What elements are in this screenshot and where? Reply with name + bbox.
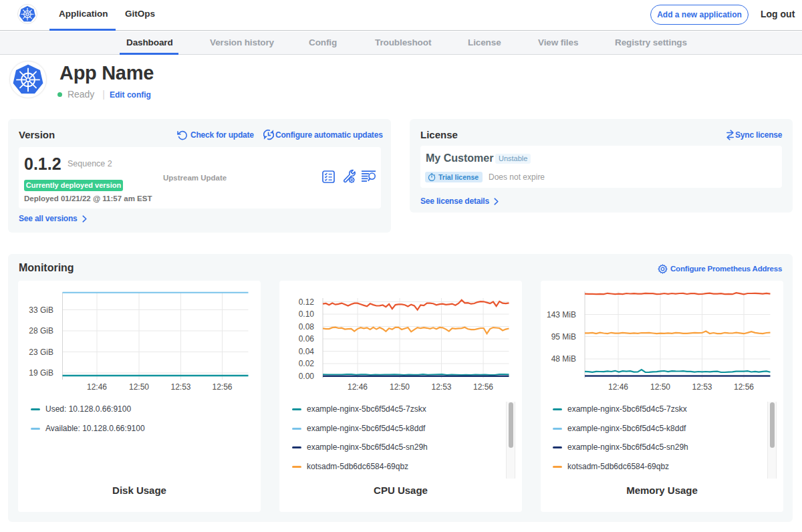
svg-text:12:46: 12:46	[87, 382, 107, 392]
svg-text:12:46: 12:46	[608, 382, 628, 392]
svg-text:0.08: 0.08	[299, 322, 315, 331]
svg-text:0.02: 0.02	[299, 359, 315, 368]
svg-text:12:50: 12:50	[129, 382, 149, 392]
svg-text:23 GiB: 23 GiB	[29, 348, 53, 357]
svg-text:12:53: 12:53	[431, 382, 451, 392]
svg-text:28 GiB: 28 GiB	[29, 326, 53, 336]
svg-text:12:53: 12:53	[692, 382, 712, 392]
svg-text:0.12: 0.12	[299, 297, 315, 307]
svg-text:12:50: 12:50	[390, 382, 410, 392]
svg-text:0.04: 0.04	[299, 347, 315, 356]
svg-text:12:56: 12:56	[473, 382, 493, 392]
svg-text:0.00: 0.00	[299, 372, 315, 381]
svg-text:12:56: 12:56	[734, 382, 754, 392]
svg-text:143 MiB: 143 MiB	[547, 310, 576, 319]
svg-text:12:50: 12:50	[650, 382, 670, 392]
svg-text:33 GiB: 33 GiB	[29, 305, 53, 315]
svg-text:19 GiB: 19 GiB	[29, 368, 53, 378]
svg-text:0.10: 0.10	[299, 309, 315, 319]
svg-text:0.06: 0.06	[299, 334, 315, 344]
svg-text:12:46: 12:46	[348, 382, 368, 392]
svg-text:12:56: 12:56	[212, 382, 232, 392]
svg-text:12:53: 12:53	[170, 382, 190, 392]
svg-text:48 MiB: 48 MiB	[551, 354, 576, 364]
svg-text:95 MiB: 95 MiB	[551, 332, 576, 342]
